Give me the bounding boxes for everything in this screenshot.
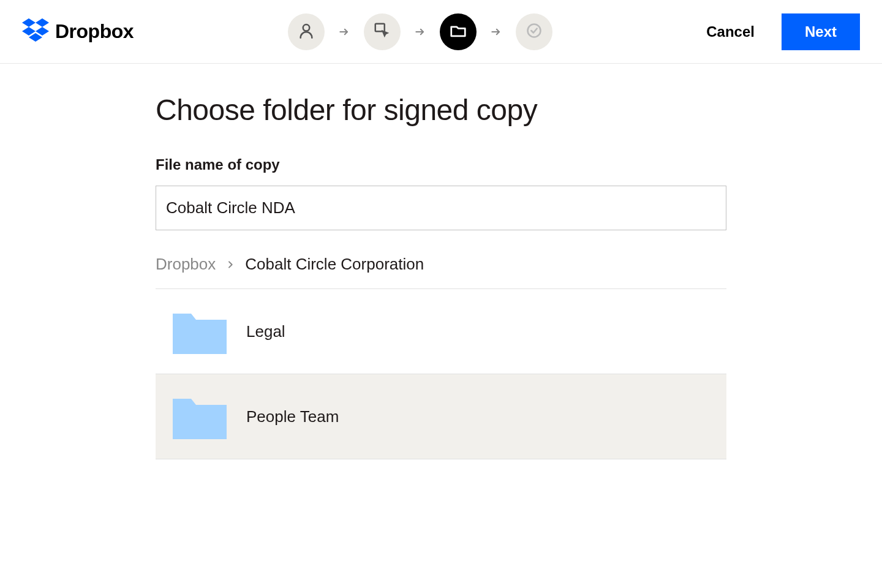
folder-name: People Team [246,407,339,426]
chevron-right-icon [490,26,502,38]
breadcrumb-root[interactable]: Dropbox [156,255,216,274]
wizard-stepper [288,13,552,50]
chevron-right-icon [338,26,350,38]
svg-rect-7 [375,23,384,31]
svg-marker-4 [29,33,42,42]
step-review[interactable] [516,13,552,50]
svg-point-5 [303,24,309,31]
svg-marker-2 [22,27,36,36]
brand-name: Dropbox [55,20,134,43]
filename-input[interactable] [156,186,726,230]
cancel-button[interactable]: Cancel [706,23,755,40]
step-fields[interactable] [364,13,401,50]
check-circle-icon [526,22,543,42]
folder-icon [173,309,227,354]
step-folder[interactable] [440,13,477,50]
folder-list: Legal People Team [156,288,726,459]
filename-label: File name of copy [156,156,726,173]
folder-name: Legal [246,322,285,341]
folder-icon [173,394,227,439]
page-title: Choose folder for signed copy [156,93,726,127]
main-content: Choose folder for signed copy File name … [156,64,726,459]
header-actions: Cancel Next [706,13,860,50]
svg-marker-0 [22,18,36,27]
app-header: Dropbox [0,0,882,64]
chevron-right-icon [225,255,235,274]
folder-icon [449,21,467,42]
dropbox-logo-icon [22,18,49,45]
breadcrumb-current: Cobalt Circle Corporation [245,255,424,274]
person-icon [298,22,315,42]
folder-row[interactable]: People Team [156,374,726,459]
step-recipients[interactable] [288,13,325,50]
breadcrumb: Dropbox Cobalt Circle Corporation [156,255,726,274]
brand-logo: Dropbox [22,18,134,45]
svg-marker-1 [36,18,49,27]
next-button[interactable]: Next [782,13,860,50]
folder-row[interactable]: Legal [156,289,726,374]
svg-marker-3 [36,27,49,36]
svg-point-10 [527,24,540,37]
chevron-right-icon [414,26,426,38]
click-icon [373,21,391,42]
